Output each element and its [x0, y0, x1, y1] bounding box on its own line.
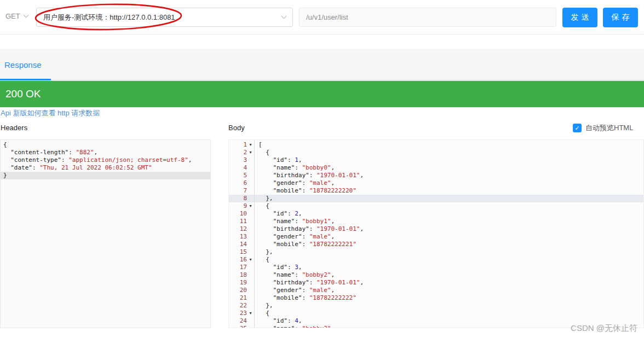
- line-number: 16: [229, 256, 247, 264]
- code-line: 6 "gender": "male",: [229, 179, 643, 187]
- watermark: CSDN @无休止符: [571, 323, 637, 334]
- environment-select[interactable]: 用户服务-测试环境：http://127.0.0.1:8081: [36, 8, 293, 27]
- line-number: 17: [229, 264, 247, 271]
- headers-line: }: [1, 172, 210, 179]
- chevron-down-icon: [23, 13, 28, 18]
- code-line: 21 "mobile": "18782222222": [229, 294, 643, 302]
- code-line: 1▾[: [229, 141, 643, 149]
- line-number: 11: [229, 218, 247, 225]
- line-number: 6: [229, 179, 247, 187]
- chevron-down-icon: [281, 14, 287, 19]
- headers-line: "date": "Thu, 21 Jul 2022 06:02:52 GMT": [1, 164, 210, 172]
- code-line: 14 "mobile": "18782222221": [229, 241, 643, 248]
- code-line: 4 "name": "bobby0",: [229, 164, 643, 172]
- checkbox-checked-icon[interactable]: ✓: [573, 124, 582, 132]
- code-line: 15 },: [229, 248, 643, 256]
- fold-caret-icon[interactable]: ▾: [247, 202, 254, 210]
- code-line: 19 "birthday": "1970-01-01",: [229, 279, 643, 287]
- code-line: 17 "id": 3,: [229, 264, 643, 271]
- fold-caret-icon[interactable]: ▾: [247, 310, 254, 317]
- line-number: 25: [229, 325, 247, 328]
- status-text: 200 OK: [5, 88, 41, 100]
- line-number: 18: [229, 271, 247, 279]
- line-number: 14: [229, 241, 247, 248]
- code-line: 22 },: [229, 302, 643, 310]
- code-line: 23▾ {: [229, 310, 643, 317]
- line-number: 3: [229, 156, 247, 164]
- fold-caret-icon[interactable]: ▾: [247, 149, 254, 156]
- line-number: 19: [229, 279, 247, 287]
- line-number: 21: [229, 294, 247, 302]
- line-number: 9: [229, 202, 247, 210]
- line-number: 15: [229, 248, 247, 256]
- line-number: 8: [229, 195, 247, 202]
- line-number: 13: [229, 233, 247, 241]
- help-link[interactable]: Api 新版如何查看 http 请求数据: [1, 108, 100, 118]
- code-line: 8 },: [229, 195, 643, 202]
- line-number: 20: [229, 287, 247, 294]
- code-line: 9▾ {: [229, 202, 643, 210]
- code-line: 18 "name": "bobby2",: [229, 271, 643, 279]
- path-input[interactable]: [299, 8, 556, 27]
- code-line: 16▾ {: [229, 256, 643, 264]
- code-line: 3 "id": 1,: [229, 156, 643, 164]
- headers-label: Headers: [1, 124, 27, 132]
- headers-line: "content-length": "882",: [1, 149, 210, 156]
- headers-line: "content-type": "application/json; chars…: [1, 156, 210, 164]
- environment-label: 用户服务-测试环境：http://127.0.0.1:8081: [43, 13, 175, 22]
- code-line: 10 "id": 2,: [229, 210, 643, 218]
- line-number: 22: [229, 302, 247, 310]
- headers-panel[interactable]: { "content-length": "882", "content-type…: [0, 139, 211, 328]
- code-line: 7 "mobile": "18782222220": [229, 187, 643, 195]
- line-number: 23: [229, 310, 247, 317]
- line-number: 2: [229, 149, 247, 156]
- body-editor[interactable]: 1▾[2▾ {3 "id": 1,4 "name": "bobby0",5 "b…: [228, 139, 644, 328]
- auto-preview-checkbox[interactable]: ✓ 自动预览HTML: [573, 123, 633, 133]
- headers-line: {: [1, 141, 210, 149]
- tab-bar: Response: [0, 49, 644, 80]
- method-dropdown[interactable]: GET: [5, 12, 28, 20]
- save-button[interactable]: 保存: [603, 8, 638, 27]
- body-label: Body: [228, 124, 245, 132]
- send-button[interactable]: 发送: [562, 8, 597, 27]
- code-line: 11 "name": "bobby1",: [229, 218, 643, 225]
- line-number: 7: [229, 187, 247, 195]
- code-line: 20 "gender": "male",: [229, 287, 643, 294]
- line-number: 12: [229, 225, 247, 233]
- status-bar: 200 OK: [0, 81, 644, 107]
- request-bar: GET 用户服务-测试环境：http://127.0.0.1:8081 发送 保…: [0, 0, 644, 34]
- code-line: 13 "gender": "male",: [229, 233, 643, 241]
- method-label: GET: [5, 12, 20, 20]
- auto-preview-label: 自动预览HTML: [585, 123, 633, 133]
- line-number: 10: [229, 210, 247, 218]
- fold-caret-icon[interactable]: ▾: [247, 256, 254, 264]
- gutter-separator: [254, 140, 255, 328]
- tab-response[interactable]: Response: [4, 60, 42, 69]
- line-number: 24: [229, 317, 247, 325]
- line-number: 1: [229, 141, 247, 149]
- code-line: 12 "birthday": "1970-01-01",: [229, 225, 643, 233]
- tab-active-indicator: [0, 79, 51, 80]
- fold-caret-icon[interactable]: ▾: [247, 141, 254, 149]
- line-number: 5: [229, 172, 247, 179]
- code-line: 5 "birthday": "1970-01-01",: [229, 172, 643, 179]
- line-number: 4: [229, 164, 247, 172]
- code-line: 2▾ {: [229, 149, 643, 156]
